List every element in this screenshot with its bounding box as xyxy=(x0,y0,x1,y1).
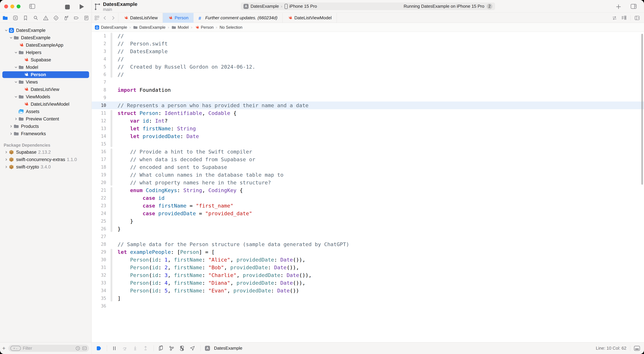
code-line-13[interactable]: 13 let firstName: String xyxy=(92,125,644,132)
code-line-29[interactable]: 29let examplePeople: [Person] = [ xyxy=(92,248,644,256)
code-line-31[interactable]: 31 Person(id: 2, firstName: "Bob", provi… xyxy=(92,264,644,271)
tree-item-supabase[interactable]: Supabase xyxy=(0,56,92,64)
code-line-32[interactable]: 32 Person(id: 3, firstName: "Charlie", p… xyxy=(92,271,644,279)
code-line-12[interactable]: 12 var id: Int? xyxy=(92,117,644,125)
code-line-1[interactable]: 1// xyxy=(92,32,644,40)
project-navigator-icon[interactable] xyxy=(2,15,8,21)
code-line-21[interactable]: 21 enum CodingKeys: String, CodingKey { xyxy=(92,186,644,194)
add-toolbar-button[interactable] xyxy=(615,3,622,10)
source-control-icon[interactable] xyxy=(12,15,18,21)
code-line-22[interactable]: 22 case id xyxy=(92,194,644,202)
tree-item-datesexample[interactable]: DatesExample xyxy=(0,34,92,42)
scheme-selector[interactable]: A DatesExample › iPhone 15 Pro Running D… xyxy=(241,3,495,10)
run-button[interactable] xyxy=(78,3,85,10)
report-navigator-icon[interactable] xyxy=(84,15,89,21)
code-review-icon[interactable] xyxy=(612,15,617,21)
tree-item-assets[interactable]: Assets xyxy=(0,108,92,115)
disclosure-open-icon[interactable] xyxy=(4,28,9,32)
tree-item-views[interactable]: Views xyxy=(0,78,92,86)
disclosure-closed-icon[interactable] xyxy=(4,150,9,154)
code-line-2[interactable]: 2// Person.swift xyxy=(92,40,644,48)
code-line-27[interactable]: 27 xyxy=(92,233,644,240)
code-line-7[interactable]: 7 xyxy=(92,78,644,86)
toggle-sidebar-icon[interactable] xyxy=(29,3,36,10)
code-line-15[interactable]: 15 xyxy=(92,140,644,148)
code-line-24[interactable]: 24 case providedDate = "provided_date" xyxy=(92,210,644,217)
tree-item-products[interactable]: Products xyxy=(0,123,92,130)
code-line-20[interactable]: 20 // what property names here in the st… xyxy=(92,179,644,186)
editor-tab-dateslistview[interactable]: DatesListView xyxy=(118,13,163,23)
code-line-33[interactable]: 33 Person(id: 4, firstName: "Diana", pro… xyxy=(92,279,644,287)
editor-tab-further[interactable]: #Further comment updates. (660234d) xyxy=(194,13,283,23)
breadcrumb-item-model[interactable]: Model xyxy=(172,25,189,30)
code-line-3[interactable]: 3// DatesExample xyxy=(92,48,644,55)
view-hierarchy-icon[interactable] xyxy=(158,345,164,351)
disclosure-closed-icon[interactable] xyxy=(14,117,18,121)
code-line-28[interactable]: 28// Sample data for the Person structur… xyxy=(92,240,644,248)
source-control-status-icon[interactable] xyxy=(82,346,87,351)
disclosure-open-icon[interactable] xyxy=(14,80,18,84)
code-line-11[interactable]: 11struct Person: Identifiable, Codable { xyxy=(92,109,644,117)
running-app-label[interactable]: DatesExample xyxy=(214,345,242,351)
code-line-5[interactable]: 5// Created by Russell Gordon on 2024-06… xyxy=(92,63,644,71)
add-file-button[interactable]: + xyxy=(0,345,8,351)
simulate-location-icon[interactable] xyxy=(189,345,196,351)
source-editor[interactable]: 1//2// Person.swift3// DatesExample4//5/… xyxy=(92,32,644,342)
code-line-23[interactable]: 23 case firstName = "first_name" xyxy=(92,202,644,210)
toggle-inspector-icon[interactable] xyxy=(630,3,637,10)
breadcrumb-item-person[interactable]: Person xyxy=(195,25,214,30)
disclosure-closed-icon[interactable] xyxy=(8,124,14,128)
code-line-14[interactable]: 14 let providedDate: Date xyxy=(92,132,644,140)
breadcrumb-item-no-selection[interactable]: No Selection xyxy=(220,25,242,30)
code-line-36[interactable]: 36 xyxy=(92,302,644,310)
tree-item-dateslistview[interactable]: DatesListView xyxy=(0,86,92,93)
tree-item-preview-content[interactable]: Preview Content xyxy=(0,115,92,123)
package-item-swift-concurrency-extras[interactable]: swift-concurrency-extras1.1.0 xyxy=(0,156,92,163)
tree-item-datesexampleapp[interactable]: DatesExampleApp xyxy=(0,42,92,49)
status-count-badge[interactable]: 2 xyxy=(487,4,492,9)
code-line-6[interactable]: 6// xyxy=(92,71,644,78)
code-line-25[interactable]: 25 } xyxy=(92,217,644,225)
search-icon[interactable] xyxy=(33,15,38,21)
breadcrumb-item-datesexample[interactable]: DatesExample xyxy=(133,25,166,30)
disclosure-open-icon[interactable] xyxy=(14,95,18,99)
editor-scrollbar[interactable] xyxy=(641,34,643,185)
disclosure-closed-icon[interactable] xyxy=(4,158,9,162)
code-line-10[interactable]: 10// Represents a person who has provide… xyxy=(92,102,644,109)
code-line-17[interactable]: 17 // when data is decoded from Supabase… xyxy=(92,156,644,163)
tree-item-person[interactable]: Person xyxy=(0,71,92,78)
pause-button[interactable] xyxy=(111,345,118,351)
package-item-swift-crypto[interactable]: swift-crypto3.4.0 xyxy=(0,163,92,171)
code-line-30[interactable]: 30 Person(id: 1, firstName: "Alice", pro… xyxy=(92,256,644,264)
tree-item-frameworks[interactable]: Frameworks xyxy=(0,130,92,137)
bookmark-icon[interactable] xyxy=(23,15,28,21)
package-item-supabase[interactable]: Supabase2.13.2 xyxy=(0,148,92,156)
forward-button[interactable] xyxy=(110,16,116,21)
tree-item-datesexample[interactable]: DatesExample xyxy=(0,27,92,34)
environment-overrides-icon[interactable] xyxy=(179,345,185,351)
disclosure-closed-icon[interactable] xyxy=(4,165,9,169)
code-line-19[interactable]: 19 // What column names in the database … xyxy=(92,171,644,179)
tree-item-datelistviewmodel[interactable]: DateListViewModel xyxy=(0,101,92,108)
related-items-icon[interactable] xyxy=(94,16,100,21)
step-out-button[interactable] xyxy=(142,345,148,351)
tree-item-model[interactable]: Model xyxy=(0,64,92,71)
filter-options-icon[interactable]: ≡ ⌄ xyxy=(10,346,21,351)
breakpoint-navigator-icon[interactable] xyxy=(74,15,79,21)
issue-navigator-icon[interactable] xyxy=(43,15,49,21)
code-line-9[interactable]: 9 xyxy=(92,94,644,102)
step-over-button[interactable] xyxy=(122,345,128,351)
recent-files-icon[interactable] xyxy=(75,346,80,351)
step-into-button[interactable] xyxy=(132,345,138,351)
debug-navigator-icon[interactable] xyxy=(63,15,69,21)
tree-item-viewmodels[interactable]: ViewModels xyxy=(0,93,92,101)
editor-tab-person[interactable]: Person xyxy=(163,13,193,23)
back-button[interactable] xyxy=(102,16,108,21)
tree-item-helpers[interactable]: Helpers xyxy=(0,49,92,56)
toggle-debug-area-icon[interactable] xyxy=(634,346,640,351)
minimap-icon[interactable] xyxy=(621,15,627,21)
filter-field[interactable]: ≡ ⌄ Filter xyxy=(8,345,89,352)
scheme-project-label[interactable]: DatesExample xyxy=(250,4,279,9)
code-line-26[interactable]: 26} xyxy=(92,225,644,233)
test-navigator-icon[interactable] xyxy=(53,15,59,21)
